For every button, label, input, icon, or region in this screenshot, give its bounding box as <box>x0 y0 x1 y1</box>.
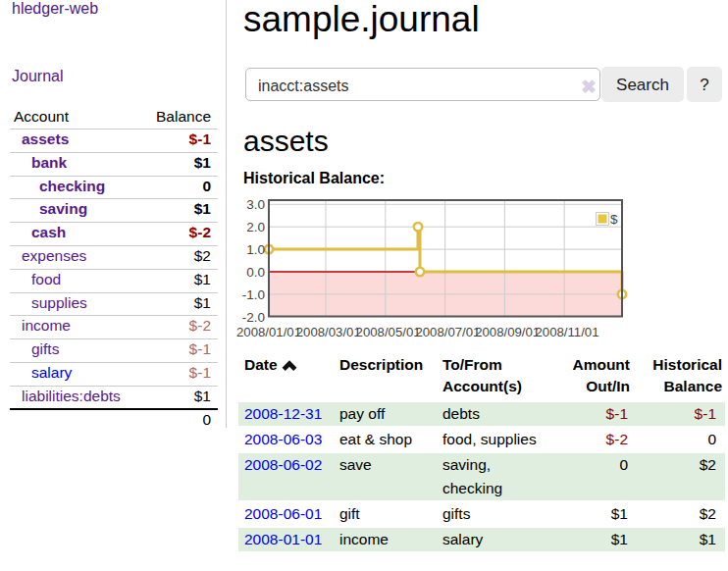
svg-text:1.0: 1.0 <box>246 242 265 257</box>
svg-text:2008/01/01: 2008/01/01 <box>236 325 301 339</box>
svg-text:-2.0: -2.0 <box>242 310 265 325</box>
svg-text:2008/09/01: 2008/09/01 <box>475 325 540 339</box>
svg-text:2008/11/01: 2008/11/01 <box>535 325 598 339</box>
svg-text:2008/05/01: 2008/05/01 <box>356 325 421 339</box>
svg-text:3.0: 3.0 <box>246 197 265 212</box>
svg-text:0.0: 0.0 <box>246 265 265 280</box>
svg-text:-1.0: -1.0 <box>242 287 265 302</box>
svg-text:2008/03/01: 2008/03/01 <box>296 325 361 339</box>
svg-text:$: $ <box>610 212 618 227</box>
svg-text:2008/07/01: 2008/07/01 <box>415 325 480 339</box>
svg-text:2.0: 2.0 <box>246 220 265 234</box>
